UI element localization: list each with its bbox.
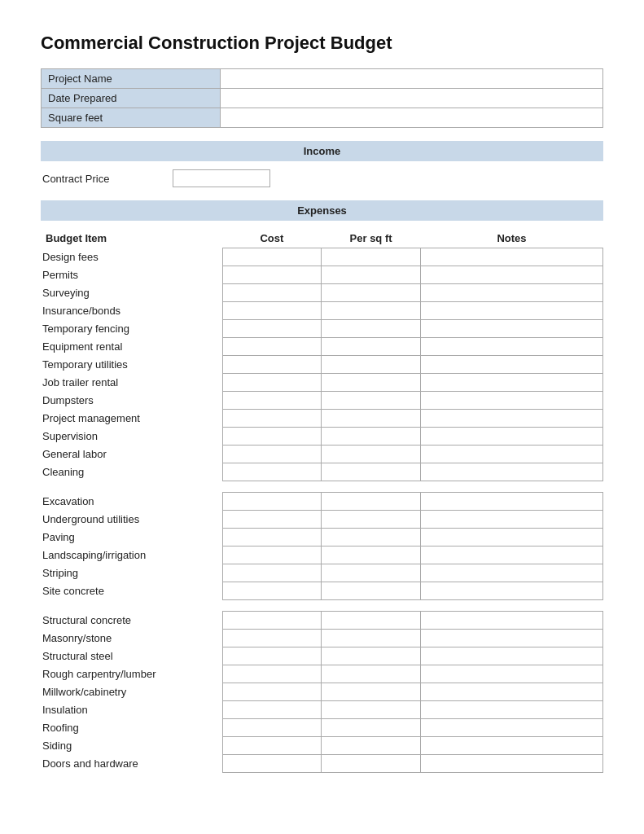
budget-item-cost[interactable]: [222, 582, 322, 600]
budget-item-persqft[interactable]: [322, 446, 421, 463]
budget-item-notes[interactable]: [420, 582, 602, 600]
budget-item-notes[interactable]: [420, 737, 602, 755]
budget-item-cost[interactable]: [222, 266, 322, 284]
budget-item-notes[interactable]: [420, 463, 602, 481]
budget-item-notes[interactable]: [420, 284, 602, 302]
budget-item-persqft[interactable]: [322, 392, 421, 410]
budget-item-notes[interactable]: [420, 428, 602, 446]
budget-item-cost[interactable]: [222, 356, 322, 374]
budget-item-notes[interactable]: [420, 446, 602, 463]
budget-item-persqft[interactable]: [322, 374, 421, 392]
budget-item-persqft[interactable]: [322, 701, 421, 719]
budget-item-cost[interactable]: [222, 284, 322, 302]
budget-item-notes[interactable]: [420, 564, 602, 582]
info-value[interactable]: [221, 108, 603, 128]
budget-item-persqft[interactable]: [322, 665, 421, 683]
budget-item-cost[interactable]: [222, 546, 322, 564]
budget-item-cost[interactable]: [222, 410, 322, 428]
budget-item-persqft[interactable]: [322, 630, 421, 647]
budget-item-persqft[interactable]: [322, 248, 421, 266]
info-value[interactable]: [221, 89, 603, 108]
budget-item-notes[interactable]: [420, 356, 602, 374]
budget-item-cost[interactable]: [222, 428, 322, 446]
info-row: Date Prepared: [42, 89, 603, 108]
budget-item-cost[interactable]: [222, 248, 322, 266]
budget-item-persqft[interactable]: [322, 511, 421, 529]
budget-item-notes[interactable]: [420, 511, 602, 529]
budget-item-cost[interactable]: [222, 446, 322, 463]
budget-item-notes[interactable]: [420, 612, 602, 630]
budget-item-cost[interactable]: [222, 719, 322, 737]
budget-item-notes[interactable]: [420, 529, 602, 546]
budget-item-notes[interactable]: [420, 266, 602, 284]
budget-item-persqft[interactable]: [322, 582, 421, 600]
budget-item-notes[interactable]: [420, 374, 602, 392]
budget-item-persqft[interactable]: [322, 683, 421, 701]
budget-item-notes[interactable]: [420, 392, 602, 410]
budget-item-cost[interactable]: [222, 630, 322, 647]
budget-item-cost[interactable]: [222, 564, 322, 582]
info-value[interactable]: [221, 69, 603, 89]
budget-item-name: Roofing: [41, 719, 222, 737]
budget-item-persqft[interactable]: [322, 546, 421, 564]
budget-item-cost[interactable]: [222, 647, 322, 665]
budget-item-notes[interactable]: [420, 630, 602, 647]
budget-item-persqft[interactable]: [322, 266, 421, 284]
budget-item-name: Insulation: [41, 701, 222, 719]
budget-item-persqft[interactable]: [322, 410, 421, 428]
budget-item-notes[interactable]: [420, 647, 602, 665]
budget-row: Supervision: [41, 428, 603, 446]
contract-price-input[interactable]: [173, 169, 270, 187]
budget-item-cost[interactable]: [222, 701, 322, 719]
budget-item-persqft[interactable]: [322, 719, 421, 737]
budget-item-persqft[interactable]: [322, 356, 421, 374]
budget-item-cost[interactable]: [222, 463, 322, 481]
budget-item-cost[interactable]: [222, 737, 322, 755]
budget-item-persqft[interactable]: [322, 647, 421, 665]
budget-item-cost[interactable]: [222, 302, 322, 320]
budget-item-persqft[interactable]: [322, 529, 421, 546]
budget-item-persqft[interactable]: [322, 564, 421, 582]
budget-item-persqft[interactable]: [322, 428, 421, 446]
budget-item-notes[interactable]: [420, 546, 602, 564]
budget-item-cost[interactable]: [222, 338, 322, 356]
budget-item-persqft[interactable]: [322, 737, 421, 755]
budget-item-notes[interactable]: [420, 302, 602, 320]
budget-item-persqft[interactable]: [322, 493, 421, 511]
budget-item-notes[interactable]: [420, 493, 602, 511]
budget-item-notes[interactable]: [420, 338, 602, 356]
budget-item-notes[interactable]: [420, 248, 602, 266]
budget-item-cost[interactable]: [222, 511, 322, 529]
budget-item-cost[interactable]: [222, 392, 322, 410]
budget-item-name: Job trailer rental: [41, 374, 222, 392]
budget-item-persqft[interactable]: [322, 338, 421, 356]
budget-item-notes[interactable]: [420, 665, 602, 683]
budget-item-notes[interactable]: [420, 410, 602, 428]
budget-item-persqft[interactable]: [322, 463, 421, 481]
budget-item-cost[interactable]: [222, 755, 322, 773]
budget-item-persqft[interactable]: [322, 320, 421, 338]
col-header-cost: Cost: [222, 229, 322, 248]
budget-item-cost[interactable]: [222, 493, 322, 511]
budget-item-cost[interactable]: [222, 683, 322, 701]
budget-item-name: Excavation: [41, 493, 222, 511]
budget-item-notes[interactable]: [420, 719, 602, 737]
budget-row: Insulation: [41, 701, 603, 719]
budget-item-persqft[interactable]: [322, 302, 421, 320]
budget-item-notes[interactable]: [420, 320, 602, 338]
budget-item-cost[interactable]: [222, 529, 322, 546]
budget-item-notes[interactable]: [420, 755, 602, 773]
budget-item-persqft[interactable]: [322, 284, 421, 302]
budget-item-persqft[interactable]: [322, 755, 421, 773]
budget-item-persqft[interactable]: [322, 612, 421, 630]
budget-item-notes[interactable]: [420, 683, 602, 701]
budget-item-cost[interactable]: [222, 374, 322, 392]
info-table: Project Name Date Prepared Square feet: [41, 68, 603, 128]
budget-row: Landscaping/irrigation: [41, 546, 603, 564]
budget-item-cost[interactable]: [222, 320, 322, 338]
budget-row: Striping: [41, 564, 603, 582]
budget-item-notes[interactable]: [420, 701, 602, 719]
budget-item-name: General labor: [41, 446, 222, 463]
budget-item-cost[interactable]: [222, 665, 322, 683]
budget-item-cost[interactable]: [222, 612, 322, 630]
